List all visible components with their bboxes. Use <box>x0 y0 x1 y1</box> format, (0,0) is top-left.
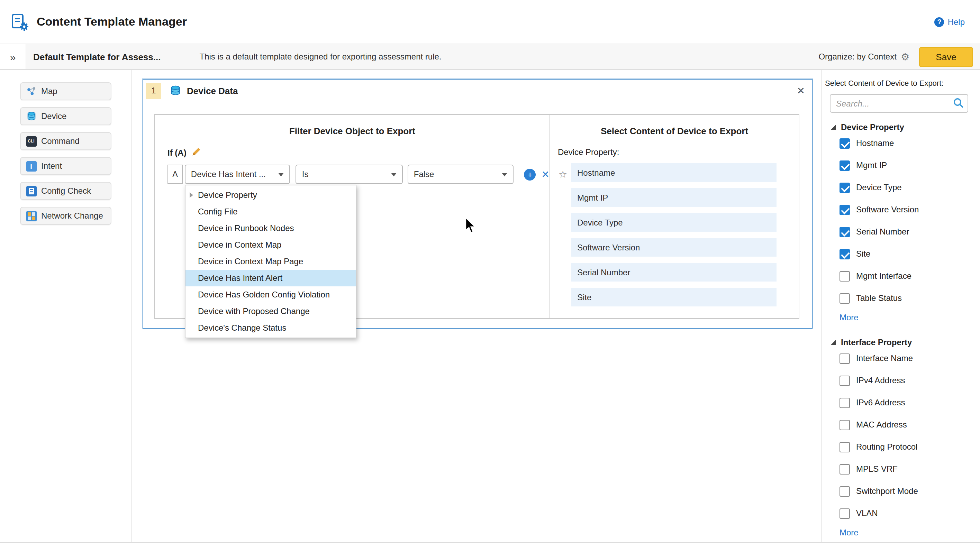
checkbox-item-table-status[interactable]: Table Status <box>840 287 980 309</box>
checkbox-item-mgmt-interface[interactable]: Mgmt Interface <box>840 265 980 287</box>
remove-condition-icon[interactable]: ✕ <box>542 170 549 179</box>
save-button[interactable]: Save <box>919 47 973 67</box>
checkbox[interactable] <box>840 375 850 385</box>
checkbox[interactable] <box>840 205 850 215</box>
sidebar-item-map[interactable]: Map <box>20 82 111 100</box>
checkbox[interactable] <box>840 420 850 430</box>
checkbox[interactable] <box>840 397 850 408</box>
menu-item-device-with-proposed-change[interactable]: Device with Proposed Change <box>186 303 356 320</box>
menu-item-devices-change-status[interactable]: Device's Change Status <box>186 320 356 336</box>
menu-item-device-in-context-map[interactable]: Device in Context Map <box>186 236 356 253</box>
checkbox[interactable] <box>840 227 850 237</box>
content-row-hostname[interactable]: Hostname <box>571 163 776 182</box>
condition-value-dropdown[interactable]: False <box>408 165 514 184</box>
star-icon[interactable]: ☆ <box>558 169 567 180</box>
condition-value-value: False <box>414 170 498 179</box>
search-box <box>830 94 968 113</box>
sidebar-item-config-check[interactable]: Config Check <box>20 182 111 200</box>
menu-item-label: Device in Context Map Page <box>198 257 303 266</box>
checkbox-item-ipv4-address[interactable]: IPv4 Address <box>840 370 980 392</box>
checkbox[interactable] <box>840 271 850 281</box>
checkbox-item-ipv6-address[interactable]: IPv6 Address <box>840 392 980 414</box>
condition-field-value: Device Has Intent ... <box>191 170 274 179</box>
menu-item-device-in-runbook-nodes[interactable]: Device in Runbook Nodes <box>186 220 356 236</box>
interface-property-more-link[interactable]: More <box>840 528 980 542</box>
checkbox-item-mac-address[interactable]: MAC Address <box>840 414 980 436</box>
close-icon[interactable]: ✕ <box>797 86 805 95</box>
checkbox-item-mpls-vrf[interactable]: MPLS VRF <box>840 458 980 480</box>
sidebar-item-command[interactable]: CLI Command <box>20 132 111 150</box>
filter-section-title: Filter Device Object to Export <box>155 115 549 136</box>
menu-item-label: Device Has Golden Config Violation <box>198 290 330 300</box>
interface-property-section-header[interactable]: Interface Property <box>830 338 980 347</box>
panel-number-badge: 1 <box>146 82 161 98</box>
organize-by-context-control[interactable]: Organize: by Context ⚙ <box>818 51 909 62</box>
checkbox-item-software-version[interactable]: Software Version <box>840 198 980 220</box>
content-row-software-version[interactable]: Software Version <box>571 238 776 257</box>
database-icon <box>170 85 181 97</box>
organize-label: Organize: by Context <box>818 52 896 62</box>
content-row-device-type[interactable]: Device Type <box>571 213 776 232</box>
checkbox-label: Mgmt Interface <box>856 271 912 281</box>
search-input[interactable] <box>830 94 968 113</box>
checkbox-label: Mgmt IP <box>856 160 887 170</box>
checkbox-label: Interface Name <box>856 354 913 363</box>
chevron-down-icon <box>391 173 396 176</box>
template-canvas: 1 Device Data ✕ Filter Device Obje <box>132 70 821 542</box>
select-section-title: Select Content of Device to Export <box>550 115 799 136</box>
gear-icon: ⚙ <box>901 51 909 62</box>
panel-header: 1 Device Data ✕ <box>143 79 812 102</box>
help-button[interactable]: ? Help <box>935 17 965 27</box>
content-row-site[interactable]: Site <box>571 288 776 306</box>
menu-item-config-file[interactable]: Config File <box>186 203 356 220</box>
checkbox-label: Serial Number <box>856 227 909 236</box>
menu-item-device-in-context-map-page[interactable]: Device in Context Map Page <box>186 253 356 270</box>
app-logo-icon <box>10 12 29 32</box>
content-row-mgmt-ip[interactable]: Mgmt IP <box>571 188 776 207</box>
checkbox-item-switchport-mode[interactable]: Switchport Mode <box>840 480 980 502</box>
device-property-more-link[interactable]: More <box>840 312 980 328</box>
menu-item-label: Device Has Intent Alert <box>198 273 282 283</box>
condition-field-dropdown[interactable]: Device Has Intent ... <box>185 165 290 184</box>
checkbox-item-device-type[interactable]: Device Type <box>840 176 980 198</box>
checkbox-item-interface-name[interactable]: Interface Name <box>840 347 980 370</box>
add-condition-icon[interactable]: + <box>524 168 536 180</box>
checkbox-item-serial-number[interactable]: Serial Number <box>840 220 980 243</box>
device-property-group-label: Device Property: <box>558 148 799 157</box>
checkbox-item-site[interactable]: Site <box>840 243 980 265</box>
checkbox-item-hostname[interactable]: Hostname <box>840 132 980 154</box>
condition-operator-dropdown[interactable]: Is <box>296 165 403 184</box>
sidebar-item-intent[interactable]: I Intent <box>20 157 111 175</box>
checkbox[interactable] <box>840 182 850 193</box>
edit-icon[interactable] <box>192 147 202 159</box>
content-selector-title: Select Content of Device to Export: <box>825 79 980 87</box>
condition-operator-value: Is <box>302 170 387 179</box>
content-row-serial-number[interactable]: Serial Number <box>571 263 776 282</box>
checkbox[interactable] <box>840 508 850 519</box>
sidebar-item-network-change[interactable]: Network Change <box>20 207 111 225</box>
sidebar-item-device[interactable]: Device <box>20 107 111 125</box>
menu-item-device-property[interactable]: Device Property <box>186 187 356 203</box>
section-collapse-icon <box>830 125 836 130</box>
checkbox-item-routing-protocol[interactable]: Routing Protocol <box>840 436 980 458</box>
menu-item-label: Device with Proposed Change <box>198 306 310 316</box>
menu-item-device-has-golden-config-violation[interactable]: Device Has Golden Config Violation <box>186 286 356 303</box>
checkbox-item-vlan[interactable]: VLAN <box>840 502 980 524</box>
device-property-section-header[interactable]: Device Property <box>830 122 980 132</box>
checkbox-item-mgmt-ip[interactable]: Mgmt IP <box>840 154 980 176</box>
checkbox-label: Hostname <box>856 138 894 148</box>
checkbox[interactable] <box>840 464 850 474</box>
checkbox[interactable] <box>840 486 850 496</box>
checkbox-label: Table Status <box>856 293 902 303</box>
search-icon[interactable] <box>953 98 964 111</box>
collapse-panel-button[interactable]: » <box>0 44 26 69</box>
checkbox[interactable] <box>840 249 850 259</box>
template-title: Default Template for Assess... <box>33 52 161 62</box>
checkbox[interactable] <box>840 138 850 148</box>
content-selector-sidebar: Select Content of Device to Export: Devi… <box>821 70 980 542</box>
checkbox[interactable] <box>840 293 850 303</box>
checkbox[interactable] <box>840 353 850 363</box>
checkbox[interactable] <box>840 442 850 452</box>
menu-item-device-has-intent-alert[interactable]: Device Has Intent Alert <box>186 270 356 286</box>
checkbox[interactable] <box>840 160 850 171</box>
